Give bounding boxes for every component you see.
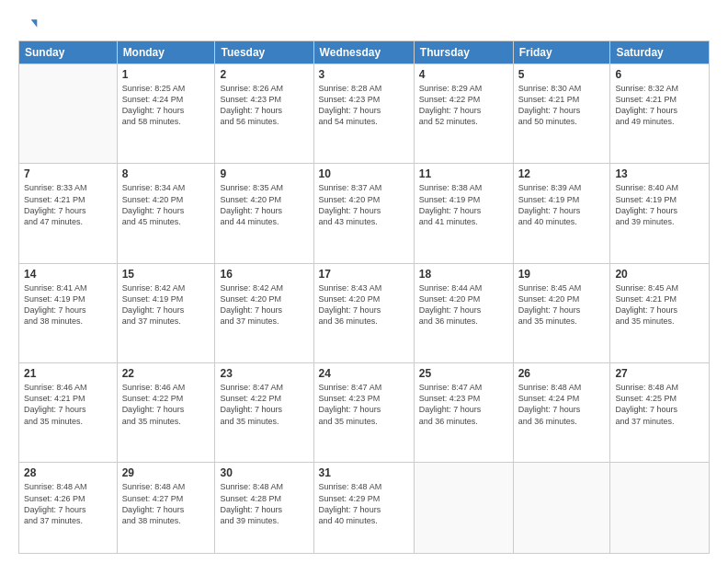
day-info-line: and 36 minutes. [419,316,478,326]
day-info: Sunrise: 8:30 AMSunset: 4:21 PMDaylight:… [518,83,606,128]
calendar-cell: 6Sunrise: 8:32 AMSunset: 4:21 PMDaylight… [610,64,710,164]
day-info-line: and 52 minutes. [419,117,478,126]
calendar-cell: 29Sunrise: 8:48 AMSunset: 4:27 PMDayligh… [117,463,215,554]
calendar-header-monday: Monday [117,41,215,64]
day-info-line: and 37 minutes. [220,316,279,326]
day-number: 19 [518,268,606,281]
day-info: Sunrise: 8:48 AMSunset: 4:25 PMDaylight:… [615,382,704,427]
day-info-line: Daylight: 7 hours [615,106,677,115]
day-info-line: Sunset: 4:19 PM [615,195,677,204]
day-info-line: Sunrise: 8:48 AM [615,383,678,392]
day-info-line: Daylight: 7 hours [319,505,381,514]
calendar-cell: 27Sunrise: 8:48 AMSunset: 4:25 PMDayligh… [610,363,710,463]
calendar-cell: 30Sunrise: 8:48 AMSunset: 4:28 PMDayligh… [215,463,313,554]
day-info-line: Daylight: 7 hours [615,305,677,315]
day-info-line: Sunrise: 8:32 AM [615,84,678,93]
day-number: 14 [24,268,112,281]
day-number: 26 [518,367,606,380]
day-info: Sunrise: 8:42 AMSunset: 4:19 PMDaylight:… [122,282,210,327]
day-info-line: Sunrise: 8:48 AM [319,482,382,491]
day-info-line: Sunrise: 8:33 AM [24,183,87,192]
day-info-line: Sunrise: 8:25 AM [122,84,186,93]
calendar-cell: 22Sunrise: 8:46 AMSunset: 4:22 PMDayligh… [117,363,215,463]
day-info-line: and 56 minutes. [220,117,279,126]
calendar-cell: 11Sunrise: 8:38 AMSunset: 4:19 PMDayligh… [414,164,513,263]
calendar-cell: 23Sunrise: 8:47 AMSunset: 4:22 PMDayligh… [215,363,313,463]
day-info-line: Sunrise: 8:35 AM [220,183,283,192]
day-info-line: Daylight: 7 hours [518,305,581,315]
day-info-line: Daylight: 7 hours [319,106,381,115]
calendar: SundayMondayTuesdayWednesdayThursdayFrid… [18,40,710,554]
day-number: 21 [24,367,112,380]
day-info-line: and 40 minutes. [319,516,378,525]
day-info-line: Sunset: 4:21 PM [24,195,85,204]
day-info-line: and 35 minutes. [518,316,577,326]
day-info-line: Sunset: 4:23 PM [419,394,481,403]
day-info-line: and 38 minutes. [122,516,181,525]
day-number: 11 [419,167,508,180]
day-info-line: Daylight: 7 hours [419,305,482,315]
calendar-week-row: 7Sunrise: 8:33 AMSunset: 4:21 PMDaylight… [19,164,710,263]
day-info: Sunrise: 8:47 AMSunset: 4:22 PMDaylight:… [220,382,308,427]
day-info-line: Sunrise: 8:37 AM [319,183,382,192]
day-info-line: Sunset: 4:20 PM [518,294,580,304]
day-info-line: Daylight: 7 hours [24,405,86,414]
calendar-cell [414,463,513,554]
day-info-line: Sunrise: 8:40 AM [615,183,678,192]
calendar-week-row: 21Sunrise: 8:46 AMSunset: 4:21 PMDayligh… [19,363,710,463]
calendar-cell: 1Sunrise: 8:25 AMSunset: 4:24 PMDaylight… [117,64,215,164]
day-info: Sunrise: 8:28 AMSunset: 4:23 PMDaylight:… [319,83,409,128]
day-info-line: and 43 minutes. [319,217,378,226]
day-info-line: Daylight: 7 hours [220,106,282,115]
calendar-header-tuesday: Tuesday [215,41,313,64]
calendar-header-wednesday: Wednesday [313,41,414,64]
calendar-cell [513,463,610,554]
day-number: 30 [220,466,308,479]
day-info: Sunrise: 8:48 AMSunset: 4:26 PMDaylight:… [24,481,112,526]
day-number: 18 [419,268,508,281]
day-info-line: Sunset: 4:21 PM [24,394,85,403]
calendar-cell: 7Sunrise: 8:33 AMSunset: 4:21 PMDaylight… [19,164,118,263]
day-info-line: Daylight: 7 hours [24,505,86,514]
day-info-line: Daylight: 7 hours [24,206,86,215]
day-number: 17 [319,268,409,281]
day-info-line: and 36 minutes. [419,417,478,426]
day-info: Sunrise: 8:25 AMSunset: 4:24 PMDaylight:… [122,83,210,128]
calendar-cell: 28Sunrise: 8:48 AMSunset: 4:26 PMDayligh… [19,463,118,554]
day-info-line: Sunrise: 8:48 AM [518,383,582,392]
calendar-cell: 20Sunrise: 8:45 AMSunset: 4:21 PMDayligh… [610,263,710,362]
day-info-line: and 49 minutes. [615,117,674,126]
day-info-line: and 38 minutes. [24,316,83,326]
day-number: 23 [220,367,308,380]
day-info-line: and 39 minutes. [220,516,279,525]
day-info-line: Daylight: 7 hours [122,505,185,514]
day-info: Sunrise: 8:47 AMSunset: 4:23 PMDaylight:… [419,382,508,427]
day-info-line: and 44 minutes. [220,217,279,226]
header [18,17,710,31]
day-info-line: and 37 minutes. [615,417,674,426]
day-info: Sunrise: 8:48 AMSunset: 4:28 PMDaylight:… [220,481,308,526]
day-number: 31 [319,466,409,479]
day-info-line: Sunrise: 8:45 AM [518,283,582,293]
day-info-line: Sunset: 4:19 PM [518,195,580,204]
day-info: Sunrise: 8:33 AMSunset: 4:21 PMDaylight:… [24,182,112,227]
day-info-line: Sunrise: 8:38 AM [419,183,483,192]
day-number: 9 [220,167,308,180]
day-info: Sunrise: 8:40 AMSunset: 4:19 PMDaylight:… [615,182,704,227]
day-info-line: Daylight: 7 hours [319,305,381,315]
day-info-line: Sunset: 4:20 PM [220,195,281,204]
calendar-week-row: 14Sunrise: 8:41 AMSunset: 4:19 PMDayligh… [19,263,710,362]
day-info-line: Sunset: 4:25 PM [615,394,677,403]
day-info-line: and 35 minutes. [220,417,279,426]
day-number: 28 [24,466,112,479]
day-info-line: Sunrise: 8:47 AM [220,383,283,392]
day-info-line: Daylight: 7 hours [518,206,581,215]
day-number: 24 [319,367,409,380]
day-info-line: Sunset: 4:19 PM [419,195,481,204]
calendar-cell: 17Sunrise: 8:43 AMSunset: 4:20 PMDayligh… [313,263,414,362]
calendar-cell: 2Sunrise: 8:26 AMSunset: 4:23 PMDaylight… [215,64,313,164]
day-info-line: Sunset: 4:20 PM [220,294,281,304]
calendar-cell: 5Sunrise: 8:30 AMSunset: 4:21 PMDaylight… [513,64,610,164]
page: SundayMondayTuesdayWednesdayThursdayFrid… [0,0,728,563]
calendar-header-saturday: Saturday [610,41,710,64]
